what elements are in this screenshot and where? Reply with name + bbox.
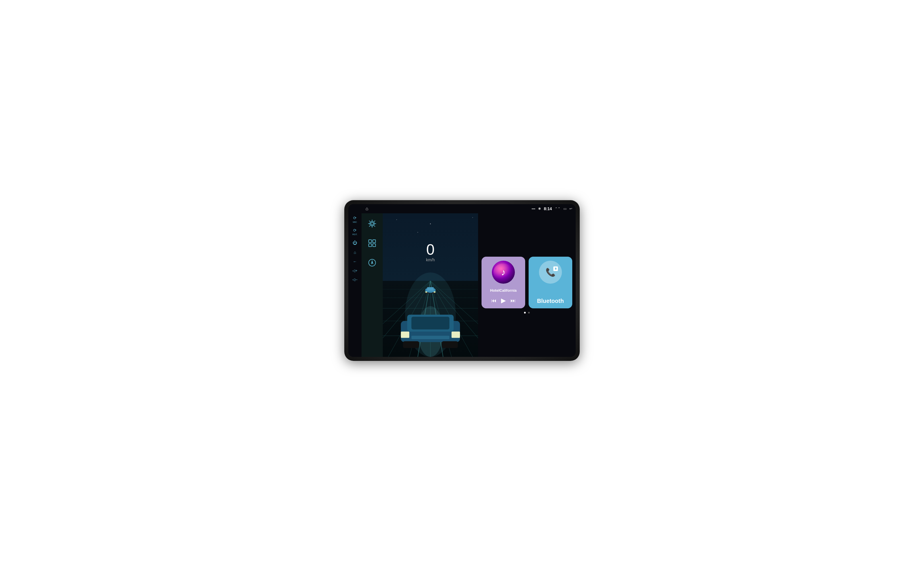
signal-icon: ▪▪▪ (531, 207, 535, 211)
svg-rect-47 (452, 332, 460, 338)
svg-rect-49 (411, 316, 449, 329)
speed-unit: km/h (426, 258, 435, 262)
svg-rect-2 (369, 240, 372, 243)
page-dot-1 (524, 312, 526, 314)
device-screen: ⌂ ▪▪▪ ✱ 8:14 ⌃⌃ ▭ ↩ ⟳ MIC ⟳ RST. (348, 204, 576, 357)
road-svg (383, 213, 478, 357)
back-side-button[interactable]: ← (353, 259, 357, 264)
power-button[interactable]: ⏻ (352, 240, 357, 246)
bt-symbol: ʙ (555, 267, 556, 270)
music-note-icon: ♪ (501, 267, 506, 278)
svg-point-10 (396, 219, 397, 220)
music-widget[interactable]: ♪ HotelCalifornia ⏮ ▶ ⏭ (482, 256, 525, 308)
svg-rect-46 (401, 332, 409, 338)
right-widgets: ♪ HotelCalifornia ⏮ ▶ ⏭ 📞 (478, 213, 576, 357)
nav-navigation[interactable] (365, 256, 379, 270)
side-buttons-panel: ⟳ MIC ⟳ RST. ⏻ ⌂ ← ◁+ (348, 213, 362, 357)
rst-button[interactable]: ⟳ RST. (352, 228, 357, 236)
svg-point-11 (430, 224, 431, 224)
svg-marker-7 (371, 260, 373, 264)
home-side-button[interactable]: ⌂ (354, 250, 356, 255)
mic-button[interactable]: ⟳ MIC (353, 216, 357, 224)
expand-icon[interactable]: ⌃⌃ (555, 207, 561, 211)
vol-down-button[interactable]: ◁– (352, 278, 357, 282)
next-button[interactable]: ⏭ (510, 298, 516, 304)
svg-rect-3 (373, 240, 376, 243)
svg-rect-48 (411, 336, 449, 339)
svg-rect-41 (434, 291, 436, 292)
music-title: HotelCalifornia (490, 288, 516, 292)
main-area: ⟳ MIC ⟳ RST. ⏻ ⌂ ← ◁+ (348, 213, 576, 357)
music-album-art: ♪ (492, 261, 515, 284)
bt-icon-circle: 📞 ʙ (539, 261, 562, 284)
status-right: ▪▪▪ ✱ 8:14 ⌃⌃ ▭ ↩ (531, 206, 572, 211)
recents-icon[interactable]: ▭ (563, 207, 567, 211)
play-button[interactable]: ▶ (501, 297, 506, 304)
bluetooth-label: Bluetooth (537, 298, 564, 304)
svg-rect-40 (425, 291, 427, 292)
speed-display: 0 km/h (426, 242, 435, 262)
back-icon[interactable]: ↩ (569, 207, 572, 211)
status-left: ⌂ (366, 206, 368, 211)
svg-point-12 (472, 218, 473, 218)
page-dots (524, 312, 530, 314)
svg-point-16 (417, 232, 418, 233)
vol-up-button[interactable]: ◁+ (352, 268, 357, 273)
status-bar: ⌂ ▪▪▪ ✱ 8:14 ⌃⌃ ▭ ↩ (348, 204, 576, 213)
svg-rect-37 (427, 287, 434, 291)
bluetooth-widget[interactable]: 📞 ʙ Bluetooth (529, 256, 572, 308)
prev-button[interactable]: ⏮ (491, 298, 496, 304)
page-dot-2 (528, 312, 530, 314)
svg-rect-4 (369, 244, 372, 247)
bluetooth-status-icon: ✱ (538, 207, 541, 211)
bt-badge: ʙ (553, 266, 558, 271)
status-time: 8:14 (544, 206, 552, 211)
center-area: 0 km/h (383, 213, 478, 357)
svg-rect-44 (403, 341, 419, 348)
device-outer: ⌂ ▪▪▪ ✱ 8:14 ⌃⌃ ▭ ↩ ⟳ MIC ⟳ RST. (344, 200, 580, 361)
svg-rect-45 (442, 341, 458, 348)
music-controls: ⏮ ▶ ⏭ (491, 297, 516, 304)
left-nav (362, 213, 383, 357)
nav-apps[interactable] (365, 236, 379, 250)
widgets-row: ♪ HotelCalifornia ⏮ ▶ ⏭ 📞 (482, 256, 572, 308)
svg-rect-5 (373, 244, 376, 247)
nav-settings[interactable] (365, 217, 379, 231)
status-home-icon: ⌂ (366, 206, 368, 211)
svg-point-0 (371, 222, 374, 225)
speed-number: 0 (426, 242, 435, 257)
